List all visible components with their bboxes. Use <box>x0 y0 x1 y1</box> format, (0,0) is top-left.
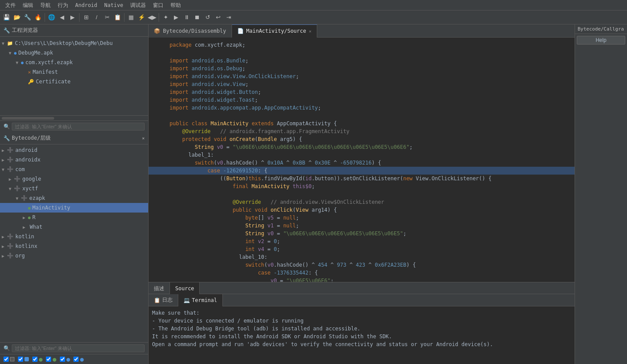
toolbar-save[interactable]: 💾 <box>2 13 11 22</box>
cb-item-6[interactable]: ● <box>73 356 83 363</box>
toolbar-globe[interactable]: 🌐 <box>47 13 56 22</box>
menu-nav[interactable]: 导航 <box>37 0 54 10</box>
cb-item-5[interactable]: ● <box>60 356 70 363</box>
bt-arrow-r: ▶ <box>23 215 28 220</box>
terminal-tab-log[interactable]: 📋 日志 <box>149 294 178 306</box>
line-num-6 <box>152 80 170 88</box>
filter-search-icon: 🔍 <box>3 124 10 130</box>
menu-window[interactable]: 窗口 <box>149 0 167 10</box>
toolbar-sep-4 <box>159 13 159 22</box>
toolbar-copy[interactable]: 📋 <box>113 13 122 22</box>
line-num-16 <box>152 159 170 167</box>
tab-describe[interactable]: 描述 <box>149 282 170 295</box>
cb-item-1[interactable] <box>3 357 14 362</box>
bt-arrow-org: ▶ <box>2 254 7 258</box>
main-tab-bar: 📦 Bytecode/Disassembly 📄 MainActivity/So… <box>149 24 575 38</box>
toolbar-cut[interactable]: ✂ <box>102 13 112 22</box>
cb-item-3[interactable]: ● <box>32 356 42 363</box>
toolbar: 💾 📂 🔧 🔥 🌐 ◀ ▶ ⊞ / ✂ 📋 ▦ ⚡ ◀▶ ✦ ▶ ⏸ ⏹ ↺ ↩… <box>0 10 627 24</box>
line-num-1 <box>152 41 170 49</box>
toolbar-star[interactable]: ✦ <box>161 13 170 22</box>
cb-4[interactable] <box>46 357 51 362</box>
h-scrollbar-thumb[interactable] <box>2 117 54 120</box>
toolbar-back[interactable]: ◀ <box>57 13 67 22</box>
tree-pkg[interactable]: ▼ ● com.xyctf.ezapk <box>0 58 148 67</box>
cb-5[interactable] <box>60 357 65 362</box>
toolbar-redo[interactable]: ↩ <box>213 13 223 22</box>
menu-help[interactable]: 帮助 <box>167 0 184 10</box>
toolbar-grid[interactable]: ⊞ <box>81 13 91 22</box>
tab-bytecode[interactable]: 📦 Bytecode/Disassembly <box>149 24 232 38</box>
code-content-14: String v0 = "\u06E6\u06E6\u06E6\u06E6\u0… <box>170 143 575 151</box>
cb-dot-2 <box>24 357 29 361</box>
bytecode-close-icon[interactable]: ✕ <box>142 136 145 141</box>
menu-debugger[interactable]: 调试器 <box>127 0 149 10</box>
cb-item-4[interactable]: ● <box>46 356 56 363</box>
terminal-line-4: It is recommended to install the Android… <box>152 333 571 340</box>
code-content-5: import android.view.View.OnClickListener… <box>170 72 575 80</box>
bt-r[interactable]: ▶ ● R <box>0 213 148 222</box>
toolbar-run[interactable]: ▶ <box>171 13 181 22</box>
tree-root[interactable]: ▼ 📁 C:\Users\L\Desktop\DebugMe\Debu <box>0 38 148 48</box>
menu-android[interactable]: Android <box>72 0 101 10</box>
project-filter-input[interactable] <box>12 123 145 130</box>
code-content-6: import android.view.View; <box>170 80 575 88</box>
terminal-panel: 📋 日志 💻 Terminal Make sure that: - Your d… <box>149 294 575 364</box>
bt-androidx[interactable]: ▶ ➕ androidx <box>0 155 148 165</box>
help-button[interactable]: Help <box>577 36 625 45</box>
toolbar-stop[interactable]: ⏹ <box>192 13 202 22</box>
terminal-tab-terminal[interactable]: 💻 Terminal <box>178 294 223 306</box>
bt-xyctf[interactable]: ▼ ➕ xyctf <box>0 184 148 193</box>
bt-android[interactable]: ▶ ➕ android <box>0 145 148 155</box>
toolbar-fire[interactable]: 🔥 <box>33 13 43 22</box>
tree-apk-label: DebugMe.apk <box>18 50 53 56</box>
bt-org[interactable]: ▶ ➕ org <box>0 251 148 261</box>
menu-edit[interactable]: 编辑 <box>19 0 37 10</box>
code-content-17: case -1262691520: { <box>170 167 575 175</box>
toolbar-undo[interactable]: ↺ <box>203 13 212 22</box>
toolbar-pause[interactable]: ⏸ <box>182 13 191 22</box>
code-editor[interactable]: package com.xyctf.ezapk; import android.… <box>149 38 575 282</box>
toolbar-dots[interactable]: ⚡ <box>137 13 146 22</box>
toolbar-settings[interactable]: 🔧 <box>23 13 32 22</box>
bt-arrow-ezapk: ▼ <box>16 196 21 201</box>
menu-bar: 文件 编辑 导航 行为 Android Native 调试器 窗口 帮助 <box>0 0 627 10</box>
h-scrollbar[interactable] <box>0 115 148 120</box>
cb-1[interactable] <box>3 357 9 362</box>
toolbar-fwd[interactable]: ▶ <box>68 13 77 22</box>
left-panel: 🔧 工程浏览器 ▼ 📁 C:\Users\L\Desktop\DebugMe\D… <box>0 24 149 364</box>
menu-native[interactable]: Native <box>101 0 127 10</box>
code-line-2 <box>149 49 575 57</box>
tab-mainactivity[interactable]: 📄 MainActivity/Source ✕ <box>232 24 317 38</box>
tab-close-icon[interactable]: ✕ <box>309 29 312 34</box>
bt-ezapk[interactable]: ▼ ➕ ezapk <box>0 193 148 203</box>
tree-apk[interactable]: ▼ ● DebugMe.apk <box>0 48 148 58</box>
bt-kotlinx[interactable]: ▶ ➕ kotlinx <box>0 241 148 251</box>
tree-arrow-apk: ▼ <box>9 51 14 55</box>
line-num-22 <box>152 206 170 214</box>
bytecode-filter-input[interactable] <box>12 344 145 352</box>
bt-com[interactable]: ▼ ➕ com <box>0 165 148 174</box>
tab-source[interactable]: Source <box>170 282 200 295</box>
bt-google[interactable]: ▶ ➕ google <box>0 174 148 184</box>
toolbar-step[interactable]: ⇥ <box>224 13 233 22</box>
menu-file[interactable]: 文件 <box>2 0 19 10</box>
toolbar-table[interactable]: ▦ <box>126 13 136 22</box>
menu-action[interactable]: 行为 <box>54 0 72 10</box>
code-line-21: @Override // android.view.View$OnClickLi… <box>149 198 575 206</box>
cb-6[interactable] <box>73 357 79 362</box>
code-line-16: switch(v0.hashCode() ^ 0x10A ^ 0xBB ^ 0x… <box>149 159 575 167</box>
cb-3[interactable] <box>32 357 38 362</box>
tree-certificate[interactable]: 🔑 Certificate <box>0 77 148 86</box>
bt-mainactivity[interactable]: ● MainActivity <box>0 203 148 213</box>
bt-kotlin[interactable]: ▶ ➕ kotlin <box>0 232 148 241</box>
file-tree[interactable]: ▼ 📁 C:\Users\L\Desktop\DebugMe\Debu ▼ ● … <box>0 37 148 115</box>
toolbar-slash[interactable]: / <box>92 13 101 22</box>
toolbar-arr[interactable]: ◀▶ <box>147 13 157 22</box>
cb-2[interactable] <box>18 357 23 362</box>
bytecode-tree[interactable]: ▶ ➕ android ▶ ➕ androidx ▼ ➕ com ▶ <box>0 144 148 342</box>
bt-what[interactable]: ▶ What <box>0 222 148 232</box>
toolbar-open[interactable]: 📂 <box>12 13 22 22</box>
tree-manifest[interactable]: ✕ Manifest <box>0 67 148 77</box>
cb-item-2[interactable] <box>18 357 29 362</box>
